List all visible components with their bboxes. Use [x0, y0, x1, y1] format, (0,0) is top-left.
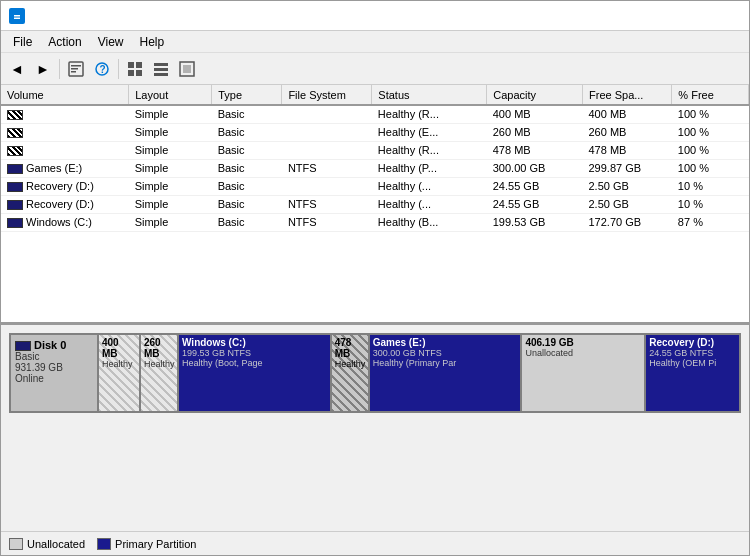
maximize-button[interactable] — [649, 1, 695, 31]
svg-rect-17 — [183, 65, 191, 73]
table-row[interactable]: SimpleBasicHealthy (R...478 MB478 MB100 … — [1, 141, 749, 159]
toolbar-separator-1 — [59, 59, 60, 79]
cell-freespace: 478 MB — [583, 141, 672, 159]
disk-seg-games-e[interactable]: Games (E:) 300.00 GB NTFS Healthy (Prima… — [370, 335, 523, 411]
svg-rect-13 — [154, 63, 168, 66]
cell-capacity: 199.53 GB — [487, 213, 583, 231]
disk-seg-478mb[interactable]: 478 MB Healthy — [332, 335, 370, 411]
cell-status: Healthy (B... — [372, 213, 487, 231]
cell-type: Basic — [212, 213, 282, 231]
cell-layout: Simple — [129, 123, 212, 141]
menu-view[interactable]: View — [90, 33, 132, 51]
volume-table-area[interactable]: Volume Layout Type File System Status Ca… — [1, 85, 749, 325]
legend-primary-label: Primary Partition — [115, 538, 196, 550]
cell-pctfree: 87 % — [672, 213, 749, 231]
disk-seg-400mb[interactable]: 400 MB Healthy — [99, 335, 141, 411]
seg-400mb-health: Healthy — [102, 359, 136, 369]
table-row[interactable]: SimpleBasicHealthy (R...400 MB400 MB100 … — [1, 105, 749, 123]
volume-icon-hatch — [7, 128, 23, 138]
col-layout[interactable]: Layout — [129, 85, 212, 105]
cell-freespace: 172.70 GB — [583, 213, 672, 231]
cell-filesystem — [282, 141, 372, 159]
disk-0-size: 931.39 GB — [15, 362, 93, 373]
close-button[interactable] — [695, 1, 741, 31]
disk-seg-windows-c[interactable]: Windows (C:) 199.53 GB NTFS Healthy (Boo… — [179, 335, 332, 411]
seg-ualloc-size: 406.19 GB — [525, 337, 641, 348]
disk-seg-recovery-d[interactable]: Recovery (D:) 24.55 GB NTFS Healthy (OEM… — [646, 335, 739, 411]
cell-type: Basic — [212, 195, 282, 213]
cell-layout: Simple — [129, 177, 212, 195]
cell-volume: Recovery (D:) — [1, 177, 129, 195]
col-capacity[interactable]: Capacity — [487, 85, 583, 105]
view-button-1[interactable] — [123, 57, 147, 81]
cell-freespace: 2.50 GB — [583, 177, 672, 195]
col-type[interactable]: Type — [212, 85, 282, 105]
cell-volume — [1, 141, 129, 159]
svg-text:?: ? — [100, 64, 106, 75]
disk-0-name: Disk 0 — [15, 339, 93, 351]
forward-button[interactable]: ► — [31, 57, 55, 81]
table-row[interactable]: Windows (C:)SimpleBasicNTFSHealthy (B...… — [1, 213, 749, 231]
cell-freespace: 400 MB — [583, 105, 672, 123]
cell-volume: Games (E:) — [1, 159, 129, 177]
seg-478mb-health: Healthy — [335, 359, 365, 369]
table-row[interactable]: Recovery (D:)SimpleBasicNTFSHealthy (...… — [1, 195, 749, 213]
table-row[interactable]: SimpleBasicHealthy (E...260 MB260 MB100 … — [1, 123, 749, 141]
cell-filesystem: NTFS — [282, 159, 372, 177]
cell-pctfree: 100 % — [672, 159, 749, 177]
disk-seg-unallocated[interactable]: 406.19 GB Unallocated — [522, 335, 646, 411]
seg-ge-size: 300.00 GB NTFS — [373, 348, 518, 358]
seg-478mb-size: 478 MB — [335, 337, 365, 359]
app-icon — [9, 8, 25, 24]
table-row[interactable]: Games (E:)SimpleBasicNTFSHealthy (P...30… — [1, 159, 749, 177]
svg-rect-15 — [154, 73, 168, 76]
cell-layout: Simple — [129, 213, 212, 231]
volume-icon-hatch — [7, 146, 23, 156]
cell-layout: Simple — [129, 105, 212, 123]
legend-unallocated-label: Unallocated — [27, 538, 85, 550]
col-volume[interactable]: Volume — [1, 85, 129, 105]
seg-ualloc-label: Unallocated — [525, 348, 641, 358]
view-button-2[interactable] — [149, 57, 173, 81]
view-button-3[interactable] — [175, 57, 199, 81]
disk-seg-260mb[interactable]: 260 MB Healthy — [141, 335, 179, 411]
cell-filesystem — [282, 177, 372, 195]
toolbar: ◄ ► ? — [1, 53, 749, 85]
menu-action[interactable]: Action — [40, 33, 89, 51]
menu-file[interactable]: File — [5, 33, 40, 51]
cell-status: Healthy (R... — [372, 141, 487, 159]
cell-capacity: 300.00 GB — [487, 159, 583, 177]
cell-status: Healthy (R... — [372, 105, 487, 123]
cell-status: Healthy (P... — [372, 159, 487, 177]
minimize-button[interactable] — [603, 1, 649, 31]
cell-type: Basic — [212, 141, 282, 159]
svg-rect-12 — [136, 70, 142, 76]
svg-rect-4 — [71, 65, 81, 67]
cell-type: Basic — [212, 159, 282, 177]
seg-ge-label: Games (E:) — [373, 337, 518, 348]
cell-status: Healthy (... — [372, 195, 487, 213]
col-pctfree[interactable]: % Free — [672, 85, 749, 105]
seg-260mb-health: Healthy — [144, 359, 174, 369]
legend-primary-swatch — [97, 538, 111, 550]
col-freespace[interactable]: Free Spa... — [583, 85, 672, 105]
svg-rect-1 — [14, 15, 20, 17]
seg-rd-status: Healthy (OEM Pi — [649, 358, 736, 368]
help-button[interactable]: ? — [90, 57, 114, 81]
seg-wc-status: Healthy (Boot, Page — [182, 358, 327, 368]
disk-0-type: Basic — [15, 351, 93, 362]
col-filesystem[interactable]: File System — [282, 85, 372, 105]
seg-wc-size: 199.53 GB NTFS — [182, 348, 327, 358]
volume-icon-hatch — [7, 110, 23, 120]
legend-primary: Primary Partition — [97, 538, 196, 550]
seg-rd-size: 24.55 GB NTFS — [649, 348, 736, 358]
cell-layout: Simple — [129, 159, 212, 177]
disk-0-status: Online — [15, 373, 93, 384]
properties-button[interactable] — [64, 57, 88, 81]
col-status[interactable]: Status — [372, 85, 487, 105]
table-row[interactable]: Recovery (D:)SimpleBasicHealthy (...24.5… — [1, 177, 749, 195]
main-content: Volume Layout Type File System Status Ca… — [1, 85, 749, 555]
back-button[interactable]: ◄ — [5, 57, 29, 81]
menu-help[interactable]: Help — [132, 33, 173, 51]
cell-freespace: 299.87 GB — [583, 159, 672, 177]
